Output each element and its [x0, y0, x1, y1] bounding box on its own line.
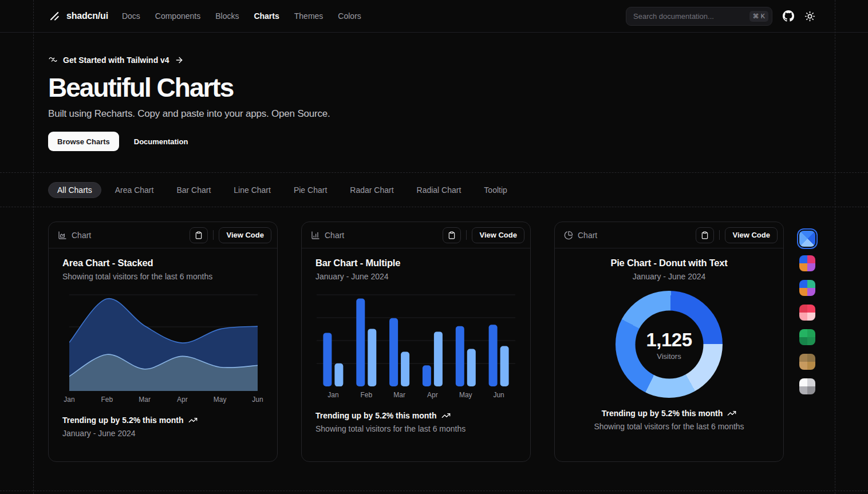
- copy-code-button[interactable]: [696, 227, 714, 243]
- x-tick-jan: Jan: [64, 396, 74, 404]
- tab-line-chart[interactable]: Line Chart: [224, 182, 280, 198]
- chart-filter-strip: All ChartsArea ChartBar ChartLine ChartP…: [0, 172, 868, 207]
- card-header-label: Chart: [72, 231, 91, 240]
- x-tick-apr: Apr: [427, 391, 438, 399]
- theme-toggle-button[interactable]: [804, 11, 815, 22]
- area-chart-icon: [58, 231, 67, 240]
- brand-logo[interactable]: shadcn/ui: [49, 10, 108, 22]
- view-code-button[interactable]: View Code: [472, 227, 524, 243]
- x-tick-jun: Jun: [493, 391, 504, 399]
- clipboard-icon: [195, 231, 203, 239]
- search-shortcut-kbd: ⌘ K: [749, 11, 768, 22]
- area-chart-x-axis: JanFebMarAprMayJun: [69, 396, 258, 405]
- nav-link-docs[interactable]: Docs: [122, 11, 140, 21]
- nav-links: DocsComponentsBlocksChartsThemesColors: [122, 11, 361, 21]
- tailwind-icon: [48, 55, 58, 65]
- copy-code-button[interactable]: [443, 227, 461, 243]
- nav-link-themes[interactable]: Themes: [294, 11, 323, 21]
- chart-description: January - June 2024: [569, 272, 770, 281]
- card-header: Chart View Code: [555, 222, 783, 248]
- theme-swatch-default[interactable]: [799, 255, 815, 271]
- x-tick-jan: Jan: [328, 391, 338, 399]
- footer-range-text: Showing total visitors for the last 6 mo…: [569, 422, 770, 431]
- card-header-actions: View Code: [443, 227, 524, 243]
- footer-trend-text: Trending up by 5.2% this month: [602, 409, 723, 418]
- clipboard-icon: [701, 231, 709, 239]
- nav-link-blocks[interactable]: Blocks: [215, 11, 239, 21]
- footer-range-text: Showing total visitors for the last 6 mo…: [315, 424, 516, 433]
- sun-icon: [804, 11, 815, 22]
- github-button[interactable]: [783, 10, 794, 22]
- bottom-section-divider: [0, 491, 868, 491]
- x-tick-jun: Jun: [252, 396, 263, 404]
- card-body: Pie Chart - Donut with Text January - Ju…: [555, 248, 783, 431]
- nav-link-components[interactable]: Components: [155, 11, 200, 21]
- card-pie-chart: Chart View Code Pie Chart - Donut with T…: [554, 222, 784, 462]
- header-separator: [719, 230, 720, 240]
- x-tick-may: May: [214, 396, 227, 404]
- copy-code-button[interactable]: [190, 227, 208, 243]
- hero-badge-link[interactable]: Get Started with Tailwind v4: [48, 55, 563, 65]
- chart-title: Pie Chart - Donut with Text: [569, 258, 770, 268]
- theme-swatch-rose[interactable]: [799, 305, 815, 321]
- donut-chart: 1,125 Visitors: [616, 291, 723, 398]
- browse-charts-button[interactable]: Browse Charts: [48, 132, 119, 151]
- chart-filter-tabs: All ChartsArea ChartBar ChartLine ChartP…: [48, 182, 516, 198]
- tab-area-chart[interactable]: Area Chart: [106, 182, 163, 198]
- tab-radial-chart[interactable]: Radial Chart: [408, 182, 471, 198]
- x-tick-mar: Mar: [393, 391, 405, 399]
- header-separator: [213, 230, 214, 240]
- chart-title: Bar Chart - Multiple: [315, 258, 516, 268]
- view-code-button[interactable]: View Code: [725, 227, 778, 243]
- trending-up-icon: [727, 409, 736, 418]
- theme-swatch-green[interactable]: [799, 329, 815, 345]
- arrow-right-icon: [175, 56, 184, 65]
- tab-tooltip[interactable]: Tooltip: [475, 182, 516, 198]
- search-input[interactable]: [633, 12, 749, 21]
- card-header: Chart View Code: [302, 222, 530, 248]
- search-box[interactable]: ⌘ K: [626, 7, 772, 26]
- documentation-button[interactable]: Documentation: [125, 132, 198, 151]
- tab-bar-chart[interactable]: Bar Chart: [167, 182, 220, 198]
- theme-swatch-rail: [799, 231, 815, 394]
- theme-swatch-amber[interactable]: [799, 354, 815, 370]
- tab-all-charts[interactable]: All Charts: [48, 182, 101, 198]
- card-bar-chart: Chart View Code Bar Chart - Multiple Jan…: [301, 222, 531, 462]
- hero-section: Get Started with Tailwind v4 Beautiful C…: [48, 55, 563, 151]
- bar-chart-icon: [311, 231, 320, 240]
- donut-total-label: Visitors: [657, 351, 681, 360]
- page-title: Beautiful Charts: [48, 72, 563, 103]
- charts-grid: Chart View Code Area Chart - Stacked Sho…: [48, 222, 784, 462]
- chart-description: January - June 2024: [315, 272, 516, 281]
- trending-up-icon: [441, 411, 451, 420]
- footer-trend-text: Trending up by 5.2% this month: [315, 411, 437, 420]
- donut-total-value: 1,125: [646, 329, 692, 350]
- nav-link-charts[interactable]: Charts: [254, 11, 279, 21]
- card-header: Chart View Code: [49, 222, 277, 248]
- theme-swatch-mono[interactable]: [799, 378, 815, 394]
- card-header-actions: View Code: [696, 227, 778, 243]
- card-header-label: Chart: [325, 231, 344, 240]
- card-area-chart: Chart View Code Area Chart - Stacked Sho…: [48, 222, 278, 462]
- theme-swatch-palette[interactable]: [799, 280, 815, 296]
- tab-pie-chart[interactable]: Pie Chart: [285, 182, 336, 198]
- theme-swatch-blue[interactable]: [799, 231, 815, 247]
- header-separator: [466, 230, 467, 240]
- left-column-divider: [33, 0, 34, 494]
- tab-radar-chart[interactable]: Radar Chart: [341, 182, 403, 198]
- x-tick-feb: Feb: [360, 391, 372, 399]
- hero-buttons: Browse Charts Documentation: [48, 132, 563, 151]
- area-chart: [69, 294, 258, 391]
- pie-chart-icon: [564, 231, 573, 240]
- nav-right: ⌘ K: [626, 7, 815, 26]
- right-column-divider: [835, 0, 835, 494]
- card-footer: Trending up by 5.2% this month Showing t…: [315, 411, 516, 433]
- page-subtitle: Built using Recharts. Copy and paste int…: [48, 108, 563, 120]
- card-header-actions: View Code: [190, 227, 271, 243]
- card-body: Area Chart - Stacked Showing total visit…: [49, 248, 277, 438]
- nav-link-colors[interactable]: Colors: [338, 11, 361, 21]
- card-footer: Trending up by 5.2% this month January -…: [62, 416, 263, 438]
- card-body: Bar Chart - Multiple January - June 2024…: [302, 248, 530, 433]
- view-code-button[interactable]: View Code: [219, 227, 271, 243]
- x-tick-mar: Mar: [139, 396, 151, 404]
